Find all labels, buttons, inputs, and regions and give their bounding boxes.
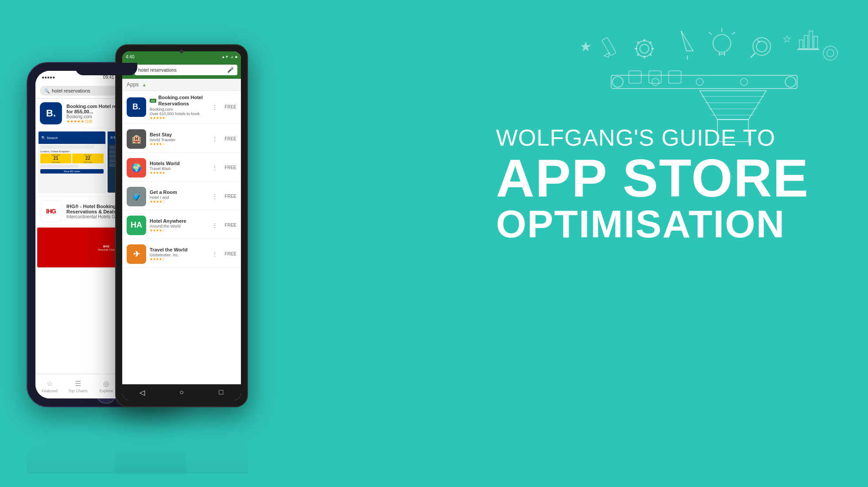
- android-app-icon: HA: [127, 216, 146, 235]
- svg-rect-29: [799, 40, 803, 49]
- checkout-box: Sunday 22 February: [72, 154, 103, 163]
- svg-line-9: [637, 42, 639, 43]
- svg-point-4: [640, 44, 649, 53]
- android-app-item[interactable]: 🧳Get a RoomHotel I and★★★★☆⋮FREE: [122, 183, 241, 210]
- android-back-btn[interactable]: ◁: [138, 388, 147, 397]
- app-menu-dots[interactable]: ⋮: [211, 104, 219, 111]
- checkin-box: Saturday 21 February: [40, 154, 71, 163]
- svg-line-14: [681, 31, 686, 51]
- top-charts-icon: ☰: [75, 379, 81, 388]
- android-app-item[interactable]: ✈Travel the WorldGlobetrotter, Inc.★★★★☆…: [122, 241, 241, 268]
- app-menu-dots[interactable]: ⋮: [211, 135, 219, 143]
- app-rating: ★★★★☆: [150, 257, 207, 261]
- android-search-text: hotel reservations: [138, 67, 177, 73]
- svg-line-11: [637, 54, 639, 56]
- ihg-subtitle: Rewards Club: [98, 248, 115, 251]
- svg-rect-30: [804, 35, 808, 49]
- android-app-name: Hotel Anywhere: [150, 218, 207, 224]
- app-price: FREE: [222, 251, 236, 256]
- svg-rect-43: [649, 71, 661, 83]
- featured-icon: ☆: [46, 379, 53, 388]
- android-app-item[interactable]: 🌍Hotels WorldTravel Blast★★★★★⋮FREE: [122, 155, 241, 182]
- app-rating: ★★★★☆: [150, 200, 207, 204]
- city-label: London, United Kingdom: [40, 150, 104, 153]
- iphone-notch: [75, 63, 137, 75]
- android-battery: ■: [235, 55, 237, 59]
- app-dev-text: Globetrotter, Inc.: [150, 253, 207, 257]
- android-search-input[interactable]: hotel reservations 🎤: [135, 65, 237, 75]
- app-name-text: Travel the World: [150, 247, 187, 253]
- svg-rect-36: [611, 75, 797, 89]
- svg-text:★: ★: [783, 34, 791, 44]
- screenshot-1: 🔍 Search London, United Kingdom Saturday…: [38, 131, 106, 193]
- android-recents-btn[interactable]: □: [217, 388, 225, 397]
- checkin-month: February: [51, 161, 60, 163]
- app-dev-text: Booking.com: [150, 107, 207, 112]
- android-signal: ▲▼: [221, 55, 229, 59]
- svg-line-12: [650, 42, 651, 43]
- svg-point-37: [612, 77, 623, 87]
- top-charts-label: Top Charts: [68, 389, 88, 393]
- app-dev-text: Hotel I and: [150, 195, 207, 200]
- svg-point-40: [696, 78, 703, 85]
- trending-indicator: ▲: [142, 82, 147, 87]
- app-rating: ★★★★★: [150, 171, 207, 175]
- app-menu-dots[interactable]: ⋮: [211, 251, 219, 258]
- app-menu-dots[interactable]: ⋮: [211, 222, 219, 229]
- tab-featured[interactable]: ☆ Featured: [35, 379, 64, 393]
- app-name-text: Get a Room: [150, 189, 177, 195]
- svg-point-34: [823, 46, 837, 60]
- svg-line-23: [709, 32, 712, 35]
- show-hotels-btn: Show 881 hotels: [40, 169, 104, 174]
- right-content: WOLFGANG'S GUIDE TO APP STORE OPTIMISATI…: [496, 124, 833, 244]
- svg-rect-44: [669, 71, 681, 83]
- android-app-item[interactable]: B.AdBooking.com Hotel ReservationsBookin…: [122, 91, 241, 124]
- android-app-item[interactable]: HAHotel AnywhereAround the World★★★★☆⋮FR…: [122, 212, 241, 239]
- android-app-item[interactable]: 🏨Best StayWorld Traveler★★★★☆⋮FREE: [122, 126, 241, 153]
- android-app-info: AdBooking.com Hotel ReservationsBooking.…: [150, 94, 207, 120]
- svg-line-13: [681, 31, 693, 51]
- android-app-icon: ✈: [127, 244, 146, 264]
- booking-icon: B.: [40, 102, 62, 124]
- android-app-info: Hotel AnywhereAround the World★★★★☆: [150, 218, 207, 232]
- phones-container: ●●●●● 09:41 89% 🔍 hotel reservations ✕ B…: [27, 27, 363, 447]
- apps-section-header: Apps ▲: [122, 79, 241, 91]
- app-rating: ★★★★☆: [150, 142, 207, 146]
- app-menu-dots[interactable]: ⋮: [211, 193, 219, 200]
- svg-point-41: [740, 78, 748, 85]
- svg-point-25: [756, 41, 767, 52]
- app-menu-dots[interactable]: ⋮: [211, 164, 219, 171]
- android-nav-bar: ◁ ○ □: [122, 384, 241, 400]
- android-app-name: Travel the World: [150, 247, 207, 253]
- app-dev-text: Around the World: [150, 224, 207, 228]
- field-placeholder: [40, 145, 94, 149]
- android-home-btn[interactable]: ○: [177, 388, 186, 397]
- svg-point-24: [753, 38, 771, 55]
- ihg-brand-text: IHG: [103, 244, 109, 248]
- explore-icon: ◎: [103, 379, 109, 388]
- svg-point-38: [785, 77, 796, 87]
- show-hotels-text: Show 881 hotels: [64, 170, 80, 173]
- app-dev-text: World Traveler: [150, 138, 207, 142]
- checkout-num: 22: [85, 156, 90, 161]
- ad-badge: Ad: [150, 99, 156, 103]
- explore-label: Explore: [100, 389, 113, 393]
- ihg-icon: IHG: [40, 200, 62, 222]
- android-app-name: Hotels World: [150, 160, 207, 166]
- app-store-title: APP STORE: [496, 151, 833, 205]
- signal-indicator: ●●●●●: [42, 75, 55, 80]
- featured-label: Featured: [42, 389, 58, 393]
- guide-title: WOLFGANG'S GUIDE TO: [496, 124, 833, 151]
- svg-line-22: [732, 32, 735, 35]
- android-app-info: Travel the WorldGlobetrotter, Inc.★★★★☆: [150, 247, 207, 261]
- android-app-info: Hotels WorldTravel Blast★★★★★: [150, 160, 207, 175]
- app-rating: ★★★★☆: [150, 228, 207, 232]
- android-app-info: Get a RoomHotel I and★★★★☆: [150, 189, 207, 204]
- app-description: Over 610,000 hotels to book: [150, 112, 207, 116]
- app-rating: ★★★★★: [150, 116, 207, 120]
- app-price: FREE: [222, 136, 236, 141]
- apps-header-text: Apps: [127, 81, 139, 88]
- android-app-name: AdBooking.com Hotel Reservations: [150, 94, 207, 107]
- android-mic-icon: 🎤: [227, 67, 234, 73]
- tab-top-charts[interactable]: ☰ Top Charts: [64, 379, 92, 393]
